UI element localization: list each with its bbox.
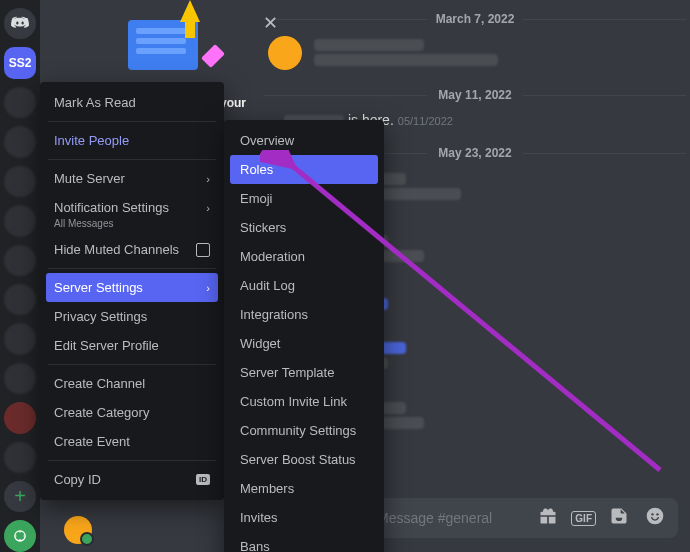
self-avatar[interactable] (64, 516, 92, 544)
chevron-right-icon: › (206, 202, 210, 214)
server-icon[interactable] (4, 87, 36, 118)
emoji-icon[interactable] (642, 506, 668, 530)
menu-copy-id[interactable]: Copy IDID (46, 465, 218, 494)
user-dock[interactable] (64, 516, 92, 544)
chevron-right-icon: › (206, 282, 210, 294)
close-icon[interactable]: ✕ (263, 12, 278, 34)
server-icon[interactable] (4, 323, 36, 354)
submenu-invites[interactable]: Invites (230, 503, 378, 532)
menu-invite-people[interactable]: Invite People (46, 126, 218, 155)
submenu-moderation[interactable]: Moderation (230, 242, 378, 271)
svg-point-2 (656, 513, 658, 515)
server-context-menu: Mark As Read Invite People Mute Server› … (40, 82, 224, 500)
submenu-overview[interactable]: Overview (230, 126, 378, 155)
server-icon[interactable] (4, 245, 36, 276)
menu-hide-muted[interactable]: Hide Muted Channels (46, 235, 218, 264)
submenu-community-settings[interactable]: Community Settings (230, 416, 378, 445)
guild-rail: SS2 + (0, 0, 40, 552)
redacted-text (314, 39, 424, 51)
server-settings-submenu: OverviewRolesEmojiStickersModerationAudi… (224, 120, 384, 552)
submenu-custom-invite-link[interactable]: Custom Invite Link (230, 387, 378, 416)
sticker-icon[interactable] (606, 506, 632, 530)
server-icon[interactable] (4, 442, 36, 473)
server-icon-selected[interactable]: SS2 (4, 47, 36, 78)
submenu-audit-log[interactable]: Audit Log (230, 271, 378, 300)
server-icon[interactable] (4, 284, 36, 315)
submenu-bans[interactable]: Bans (230, 532, 378, 552)
submenu-integrations[interactable]: Integrations (230, 300, 378, 329)
date-divider: May 11, 2022 (260, 88, 690, 102)
server-icon[interactable] (4, 363, 36, 394)
submenu-server-boost-status[interactable]: Server Boost Status (230, 445, 378, 474)
submenu-roles[interactable]: Roles (230, 155, 378, 184)
server-icon[interactable] (4, 402, 36, 433)
date-divider: March 7, 2022 (260, 12, 690, 26)
server-icon[interactable] (4, 166, 36, 197)
checkbox-icon (196, 243, 210, 257)
home-button[interactable] (4, 8, 36, 39)
server-icon[interactable] (4, 126, 36, 157)
menu-create-event[interactable]: Create Event (46, 427, 218, 456)
svg-point-1 (651, 513, 653, 515)
gift-icon[interactable] (535, 506, 561, 530)
server-icon[interactable] (4, 205, 36, 236)
menu-server-settings[interactable]: Server Settings› (46, 273, 218, 302)
explore-button[interactable] (4, 520, 36, 551)
menu-edit-server-profile[interactable]: Edit Server Profile (46, 331, 218, 360)
menu-privacy-settings[interactable]: Privacy Settings (46, 302, 218, 331)
submenu-server-template[interactable]: Server Template (230, 358, 378, 387)
gif-icon[interactable]: GIF (571, 511, 596, 526)
message-input[interactable]: + Message #general GIF (335, 498, 678, 538)
menu-mark-as-read[interactable]: Mark As Read (46, 88, 218, 117)
boost-banner: ✕ (88, 0, 238, 90)
submenu-stickers[interactable]: Stickers (230, 213, 378, 242)
chevron-right-icon: › (206, 173, 210, 185)
menu-create-category[interactable]: Create Category (46, 398, 218, 427)
menu-create-channel[interactable]: Create Channel (46, 369, 218, 398)
menu-mute-server[interactable]: Mute Server› (46, 164, 218, 193)
submenu-widget[interactable]: Widget (230, 329, 378, 358)
id-icon: ID (196, 474, 210, 485)
message-input-placeholder: Message #general (377, 510, 525, 526)
svg-point-0 (647, 508, 664, 525)
submenu-members[interactable]: Members (230, 474, 378, 503)
redacted-text (314, 54, 498, 66)
avatar[interactable] (268, 36, 302, 70)
add-server-button[interactable]: + (4, 481, 36, 512)
menu-notification-sublabel: All Messages (46, 218, 218, 235)
submenu-emoji[interactable]: Emoji (230, 184, 378, 213)
